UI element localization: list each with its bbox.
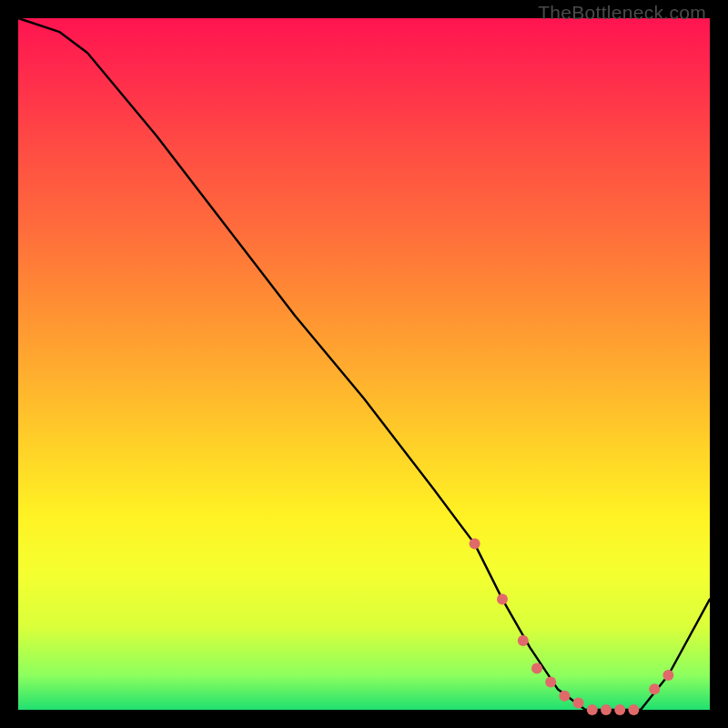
curve-marker xyxy=(662,670,673,681)
bottleneck-curve xyxy=(18,18,710,710)
watermark-text: TheBottleneck.com xyxy=(538,2,706,24)
curve-marker xyxy=(470,539,480,550)
curve-marker xyxy=(573,697,584,708)
curve-marker xyxy=(628,704,639,715)
curve-marker xyxy=(614,704,625,715)
curve-marker xyxy=(545,677,556,688)
curve-marker xyxy=(518,635,529,646)
curve-marker xyxy=(559,691,570,702)
chart-stage: TheBottleneck.com xyxy=(0,0,728,728)
curve-marker xyxy=(649,683,660,694)
curve-marker xyxy=(601,704,612,715)
curve-markers xyxy=(470,539,674,715)
curve-marker xyxy=(587,704,598,715)
curve-marker xyxy=(531,662,542,673)
chart-svg xyxy=(18,18,710,710)
curve-marker xyxy=(497,593,508,604)
